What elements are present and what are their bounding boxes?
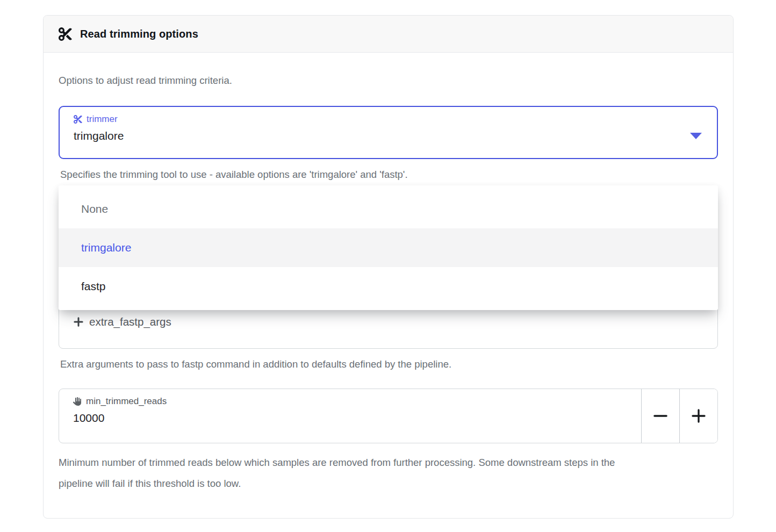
min-trimmed-reads-value: 10000	[73, 412, 627, 425]
dropdown-option-trimgalore[interactable]: trimgalore	[59, 228, 718, 267]
trimmer-label-row: trimmer	[74, 114, 703, 125]
decrement-button[interactable]	[641, 389, 679, 443]
min-trimmed-reads-label-row: min_trimmed_reads	[73, 396, 627, 407]
increment-button[interactable]	[679, 389, 717, 443]
caret-down-icon	[690, 133, 702, 139]
extra-fastp-args-label: extra_fastp_args	[89, 315, 171, 328]
trimmer-label: trimmer	[87, 114, 118, 125]
read-trimming-options-panel: Read trimming options Options to adjust …	[43, 15, 734, 519]
panel-description: Options to adjust read trimming criteria…	[59, 75, 232, 87]
trimmer-dropdown-menu: None trimgalore fastp	[59, 185, 718, 310]
trimmer-select[interactable]: trimmer trimgalore	[59, 106, 718, 159]
hand-icon	[73, 397, 82, 406]
min-trimmed-reads-group: min_trimmed_reads 10000	[59, 389, 718, 443]
dropdown-option-fastp[interactable]: fastp	[59, 267, 718, 306]
dropdown-option-none[interactable]: None	[59, 190, 718, 228]
min-trimmed-reads-label: min_trimmed_reads	[86, 396, 167, 407]
scissors-icon	[59, 27, 72, 41]
page: Read trimming options Options to adjust …	[0, 0, 776, 532]
extra-fastp-args-help-text: Extra arguments to pass to fastp command…	[60, 358, 451, 370]
plus-icon	[691, 408, 707, 424]
panel-header: Read trimming options	[44, 16, 733, 53]
minus-icon	[652, 408, 669, 424]
min-trimmed-reads-help-text: Minimum number of trimmed reads below wh…	[59, 452, 642, 494]
scissors-icon	[74, 115, 82, 124]
trimmer-help-text: Specifies the trimming tool to use - ava…	[60, 169, 408, 181]
min-trimmed-reads-input[interactable]: min_trimmed_reads 10000	[59, 389, 641, 443]
trimmer-value: trimgalore	[74, 130, 703, 142]
panel-title: Read trimming options	[80, 28, 198, 40]
plus-icon	[73, 317, 84, 327]
